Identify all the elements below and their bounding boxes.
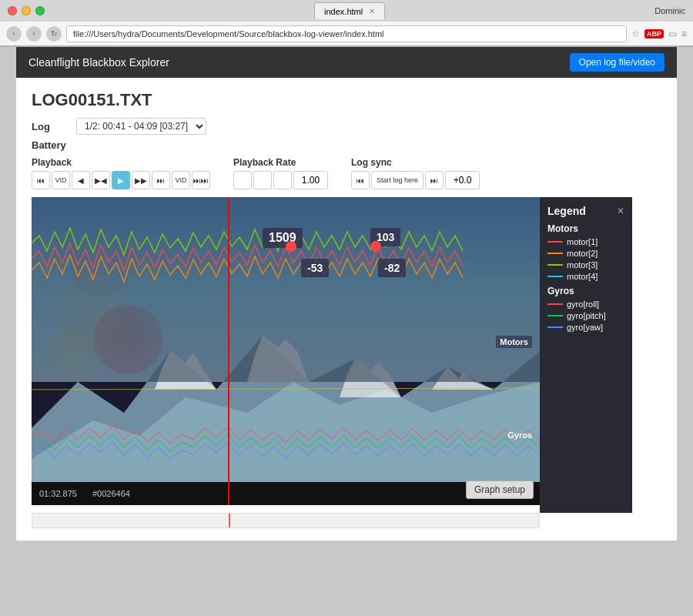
timeline-bar[interactable]: [32, 513, 540, 528]
gyro-roll-color: [547, 303, 563, 305]
video-area: 1509 103 -53 -82 Motors Gyros 01:32.875 …: [32, 197, 540, 505]
graph-setup-button[interactable]: Graph setup: [466, 480, 534, 499]
skip-end-button[interactable]: ⏭: [152, 171, 170, 189]
minimize-button[interactable]: [22, 6, 31, 15]
motors-label-overlay: Motors: [496, 336, 532, 348]
controls-row: Playback ⏮ VID ◀ ▶◀ ▶ ▶▶ ⏭ VID ⏭⏭ Playba…: [32, 157, 661, 189]
app-header: Cleanflight Blackbox Explorer Open log f…: [16, 47, 677, 78]
traffic-lights: [8, 6, 45, 15]
rate-3-button[interactable]: [273, 171, 292, 189]
tab-close-icon[interactable]: ✕: [369, 7, 375, 15]
step-back-button[interactable]: ◀: [72, 171, 90, 189]
start-log-here-button[interactable]: Start log here: [371, 171, 424, 189]
timestamp-time: 01:32.875: [39, 489, 77, 498]
rate-input[interactable]: 1.00: [293, 171, 328, 189]
playback-rate-group: Playback Rate 1.00: [233, 157, 328, 189]
motor3-label: motor[3]: [567, 260, 598, 270]
playback-rate-label: Playback Rate: [233, 157, 328, 168]
graph-overlay: [32, 197, 540, 382]
gyros-section-title: Gyros: [547, 286, 624, 296]
data-value-4: -82: [378, 259, 406, 277]
browser-tab[interactable]: index.html ✕: [314, 2, 385, 19]
back-button[interactable]: ‹: [6, 26, 22, 42]
title-bar: index.html ✕ Dominic: [0, 0, 693, 22]
play-button[interactable]: ▶: [112, 171, 130, 189]
screen-icon[interactable]: ▭: [668, 28, 677, 39]
timestamp-frame: #0026464: [92, 489, 130, 498]
sync-start-button[interactable]: ⏮: [351, 171, 370, 189]
rate-2-button[interactable]: [253, 171, 272, 189]
sync-offset-input[interactable]: +0.0: [445, 171, 480, 189]
log-row: Log 1/2: 00:41 - 04:09 [03:27]: [32, 118, 661, 135]
log-sync-group: Log sync ⏮ Start log here ⏭ +0.0: [351, 157, 480, 189]
sync-buttons: ⏮ Start log here ⏭ +0.0: [351, 171, 480, 189]
browser-icons: ☆ ABP ▭ ≡: [631, 28, 687, 39]
battery-label: Battery: [32, 139, 661, 151]
app-container: Cleanflight Blackbox Explorer Open log f…: [15, 47, 678, 541]
legend-motor-4: motor[4]: [547, 272, 624, 281]
waveform-dot-1: [286, 241, 296, 252]
playhead: [228, 197, 229, 505]
app-title: Cleanflight Blackbox Explorer: [28, 56, 169, 69]
motors-section-title: Motors: [547, 223, 624, 234]
legend-title: Legend: [547, 205, 586, 217]
waveform-dot-2: [370, 241, 381, 252]
address-bar: ‹ › ↻ file:///Users/hydra/Documents/Deve…: [0, 22, 693, 46]
playback-buttons: ⏮ VID ◀ ▶◀ ▶ ▶▶ ⏭ VID ⏭⏭: [32, 171, 210, 189]
legend-motor-1: motor[1]: [547, 237, 624, 246]
motor1-color: [547, 241, 563, 243]
sync-end-button[interactable]: ⏭: [425, 171, 444, 189]
legend-header: Legend ✕: [547, 205, 624, 217]
forward-button[interactable]: ›: [26, 26, 42, 42]
motor2-color: [547, 253, 563, 254]
playback-group: Playback ⏮ VID ◀ ▶◀ ▶ ▶▶ ⏭ VID ⏭⏭: [32, 157, 210, 189]
vid-left-button[interactable]: VID: [52, 171, 70, 189]
motor4-color: [547, 276, 563, 277]
browser-chrome: index.html ✕ Dominic ‹ › ↻ file:///Users…: [0, 0, 693, 47]
refresh-button[interactable]: ↻: [46, 26, 62, 42]
maximize-button[interactable]: [35, 6, 45, 15]
legend-gyro-yaw: gyro[yaw]: [547, 323, 624, 332]
motor4-label: motor[4]: [567, 272, 598, 281]
next-frame-button[interactable]: ▶▶: [132, 171, 150, 189]
step-forward-button[interactable]: ▶◀: [92, 171, 110, 189]
tab-title: index.html: [324, 7, 363, 16]
data-value-3: -53: [301, 259, 329, 277]
legend-gyro-roll: gyro[roll]: [547, 300, 624, 309]
close-button[interactable]: [8, 6, 17, 15]
filename: LOG00151.TXT: [32, 90, 661, 110]
gyro-pitch-color: [547, 315, 563, 316]
end-button[interactable]: ⏭⏭: [192, 171, 210, 189]
legend-gyro-pitch: gyro[pitch]: [547, 311, 624, 320]
log-selector[interactable]: 1/2: 00:41 - 04:09 [03:27]: [76, 118, 206, 135]
adblock-icon[interactable]: ABP: [644, 29, 664, 38]
main-content: LOG00151.TXT Log 1/2: 00:41 - 04:09 [03:…: [16, 78, 677, 541]
bottom-bar: 01:32.875 #0026464: [32, 482, 540, 505]
open-log-button[interactable]: Open log file/video: [570, 53, 665, 72]
motor1-label: motor[1]: [567, 237, 598, 246]
menu-icon[interactable]: ≡: [681, 28, 687, 39]
skip-start-button[interactable]: ⏮: [32, 171, 50, 189]
star-icon[interactable]: ☆: [631, 28, 640, 39]
video-wrapper: 1509 103 -53 -82 Motors Gyros 01:32.875 …: [32, 197, 632, 513]
gyro-pitch-label: gyro[pitch]: [567, 311, 606, 320]
vid-right-button[interactable]: VID: [172, 171, 190, 189]
playback-label: Playback: [32, 157, 210, 168]
legend-motor-3: motor[3]: [547, 260, 624, 270]
log-field-label: Log: [32, 121, 70, 132]
gyro-yaw-color: [547, 326, 563, 328]
motor2-label: motor[2]: [567, 249, 598, 258]
gyro-roll-label: gyro[roll]: [567, 300, 599, 309]
url-bar[interactable]: file:///Users/hydra/Documents/Developmen…: [66, 25, 627, 42]
legend-panel: Legend ✕ Motors motor[1] motor[2] motor[…: [540, 197, 632, 513]
rate-buttons: 1.00: [233, 171, 328, 189]
legend-motor-2: motor[2]: [547, 249, 624, 258]
motor3-color: [547, 264, 563, 266]
log-sync-label: Log sync: [351, 157, 480, 168]
gyros-label-overlay: Gyros: [507, 430, 532, 440]
user-label: Dominic: [654, 6, 685, 15]
gyro-yaw-label: gyro[yaw]: [567, 323, 603, 332]
timeline-marker: [229, 514, 230, 527]
rate-1-button[interactable]: [233, 171, 252, 189]
legend-close-icon[interactable]: ✕: [617, 206, 624, 216]
